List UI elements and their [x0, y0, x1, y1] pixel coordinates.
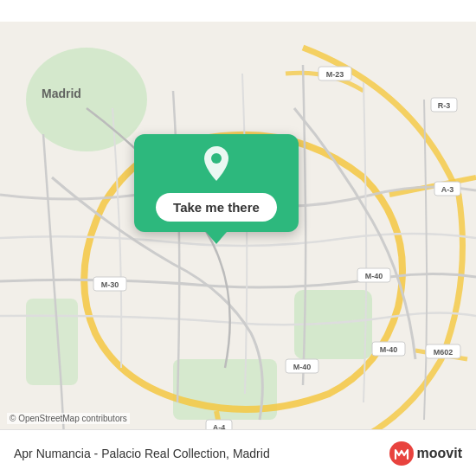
svg-rect-4 [173, 359, 277, 420]
take-me-there-popup[interactable]: Take me there [134, 134, 299, 244]
take-me-there-button[interactable]: Take me there [156, 193, 277, 222]
svg-rect-2 [294, 290, 372, 359]
svg-text:Madrid: Madrid [42, 87, 81, 100]
svg-point-27 [389, 441, 414, 466]
bottom-bar: Apr Numancia - Palacio Real Collection, … [0, 429, 476, 476]
svg-text:M-40: M-40 [293, 363, 312, 371]
popup-arrow [206, 232, 227, 244]
pin-icon-wrapper [201, 145, 232, 186]
svg-text:M-30: M-30 [101, 280, 119, 289]
map-attribution: © OpenStreetMap contributors [7, 413, 130, 424]
svg-rect-9 [357, 268, 390, 282]
svg-point-1 [26, 48, 147, 151]
moovit-icon [389, 441, 414, 466]
svg-rect-13 [286, 359, 318, 373]
location-info: Apr Numancia - Palacio Real Collection, … [14, 447, 270, 460]
location-name: Apr Numancia - Palacio Real Collection, … [14, 447, 270, 460]
moovit-logo: moovit [389, 441, 462, 466]
svg-rect-7 [93, 277, 126, 291]
svg-rect-23 [426, 344, 460, 358]
location-pin-icon [201, 145, 232, 183]
svg-text:M-40: M-40 [365, 272, 383, 280]
svg-point-26 [211, 153, 222, 164]
svg-rect-15 [318, 67, 351, 80]
moovit-text: moovit [417, 446, 462, 461]
svg-rect-3 [26, 299, 78, 385]
svg-text:M-40: M-40 [380, 345, 398, 354]
svg-rect-17 [431, 98, 457, 112]
map-container: M-30 M-30 M-40 M-40 M-40 M-23 R-3 A-3 A-… [0, 0, 476, 476]
svg-text:M-23: M-23 [326, 70, 344, 79]
svg-rect-19 [434, 182, 460, 196]
svg-text:M602: M602 [434, 348, 453, 357]
svg-text:A-3: A-3 [441, 185, 454, 194]
svg-rect-11 [372, 342, 405, 356]
svg-text:R-3: R-3 [438, 101, 451, 110]
popup-bubble: Take me there [134, 134, 299, 232]
